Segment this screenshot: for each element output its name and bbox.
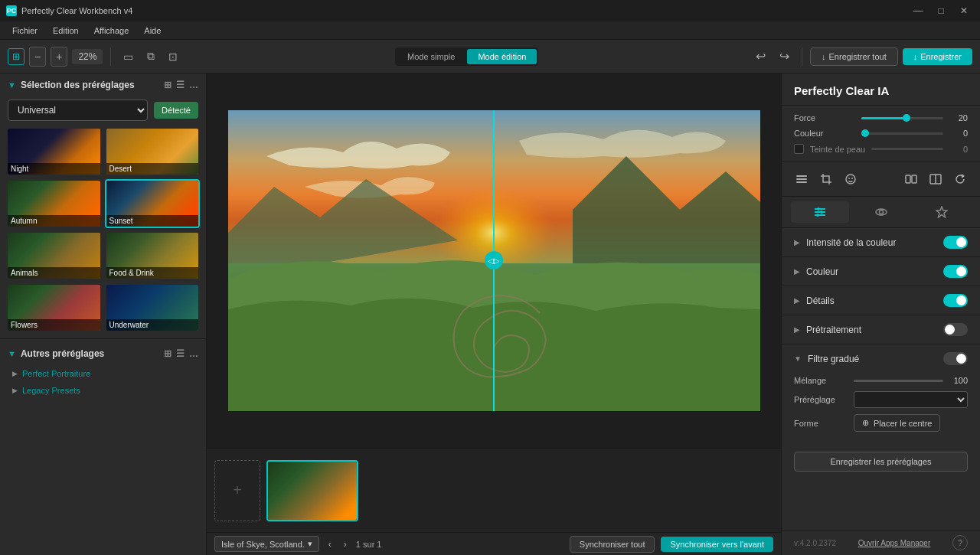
preset-item-autumn[interactable]: Autumn: [6, 179, 102, 228]
preset-item-night[interactable]: Night: [6, 127, 102, 176]
preglage-select[interactable]: [854, 391, 968, 408]
preset-item-underwater[interactable]: Underwater: [105, 283, 201, 332]
more-icon[interactable]: …: [189, 80, 198, 90]
view-split-button[interactable]: ⧉: [142, 47, 159, 66]
save-presets-button[interactable]: Enregistrer les préréglages: [794, 452, 968, 472]
mode-group: Mode simple Mode édition: [395, 47, 538, 66]
app-icon: PC: [6, 5, 17, 16]
adj-section-intensite: ▶ Intensité de la couleur: [782, 227, 980, 256]
preset-item-sunset[interactable]: Sunset: [105, 179, 201, 228]
other-more-icon[interactable]: …: [189, 348, 198, 359]
teinte-slider[interactable]: [871, 148, 943, 150]
refresh-icon[interactable]: [949, 168, 971, 190]
view-compare-button[interactable]: ⊡: [164, 47, 182, 66]
force-label: Force: [794, 113, 855, 122]
main-layout: ▼ Sélection des préréglages ⊞ ☰ … Univer…: [0, 73, 980, 555]
other-grid-icon[interactable]: ⊞: [164, 348, 172, 359]
sync-all-button[interactable]: Synchroniser tout: [570, 536, 655, 553]
grid-icon[interactable]: ⊞: [164, 80, 172, 90]
couleur-slider[interactable]: [861, 132, 943, 135]
file-name-button[interactable]: Isle of Skye, Scotland. ▾: [214, 536, 319, 552]
teinte-checkbox[interactable]: [794, 144, 804, 154]
tab-star[interactable]: [913, 201, 971, 223]
minimize-button[interactable]: —: [908, 3, 928, 18]
other-list-icon[interactable]: ☰: [176, 348, 185, 359]
page-info: 1 sur 1: [356, 540, 382, 549]
force-thumb[interactable]: [903, 114, 910, 122]
filtre-section: ▼ Filtre gradué Mélange 100 Préréglage: [782, 344, 980, 478]
apps-manager-link[interactable]: Ouvrir Apps Manager: [858, 539, 931, 547]
melange-slider[interactable]: [854, 380, 943, 382]
details-toggle[interactable]: [943, 294, 968, 307]
adj-header-pretraitement[interactable]: ▶ Prétraitement: [782, 315, 980, 344]
save-button[interactable]: ↓ Enregistrer: [903, 48, 972, 65]
preset-item-desert[interactable]: Desert: [105, 127, 201, 176]
pretraitement-toggle[interactable]: [943, 323, 968, 336]
close-button[interactable]: ✕: [954, 3, 974, 18]
adj-header-couleur[interactable]: ▶ Couleur: [782, 257, 980, 286]
preset-label-flowers: Flowers: [8, 319, 100, 331]
mode-edition-button[interactable]: Mode édition: [467, 49, 537, 64]
other-item-portraiture[interactable]: ▶ Perfect Portraiture: [0, 365, 206, 382]
adj-header-intensite[interactable]: ▶ Intensité de la couleur: [782, 228, 980, 256]
preset-item-animals[interactable]: Animals: [6, 231, 102, 280]
other-item-legacy[interactable]: ▶ Legacy Presets: [0, 382, 206, 399]
undo-button[interactable]: ↩: [751, 46, 770, 67]
preset-label-underwater: Underwater: [106, 319, 199, 331]
adj-header-details[interactable]: ▶ Détails: [782, 286, 980, 315]
toggle-compare-icon[interactable]: [925, 168, 946, 190]
fit-view-button[interactable]: ⊞: [8, 48, 24, 65]
place-center-button[interactable]: ⊕ Placer le centre: [854, 414, 940, 432]
titlebar-left: PC Perfectly Clear Workbench v4: [6, 5, 132, 16]
presets-collapse-arrow[interactable]: ▼: [8, 80, 16, 90]
menu-fichier[interactable]: Fichier: [5, 24, 45, 37]
other-section-title: Autres préréglages: [21, 348, 104, 359]
filtre-header[interactable]: ▼ Filtre gradué: [782, 344, 980, 373]
menu-affichage[interactable]: Affichage: [87, 24, 137, 37]
mode-simple-button[interactable]: Mode simple: [397, 49, 466, 64]
maximize-button[interactable]: □: [931, 3, 951, 18]
sync-fwd-button[interactable]: Synchroniser vers l'avant: [661, 537, 773, 552]
save-all-button[interactable]: ↓ Enregistrer tout: [810, 47, 898, 66]
couleur-slider-row: Couleur 0: [794, 129, 968, 138]
tab-sliders[interactable]: [791, 201, 849, 223]
detected-button[interactable]: Détecté: [154, 102, 198, 119]
details-arrow: ▶: [794, 296, 800, 305]
svg-point-19: [816, 214, 819, 217]
toolbar: ⊞ − + 22% ▭ ⧉ ⊡ Mode simple Mode édition…: [0, 40, 980, 73]
force-slider[interactable]: [861, 117, 943, 119]
next-button[interactable]: ›: [341, 537, 350, 551]
zoom-plus-button[interactable]: +: [51, 47, 67, 67]
tab-eye[interactable]: [852, 201, 910, 223]
adjustments-icon[interactable]: [791, 168, 812, 190]
face-icon[interactable]: [840, 168, 861, 190]
preset-item-food[interactable]: Food & Drink: [105, 231, 201, 280]
couleur-toggle[interactable]: [943, 265, 968, 278]
couleur-thumb[interactable]: [861, 129, 869, 137]
filmstrip-add-button[interactable]: +: [214, 460, 260, 521]
tool-icons-row: [782, 162, 980, 197]
menu-edition[interactable]: Edition: [45, 24, 87, 37]
preset-select[interactable]: Universal: [8, 100, 148, 121]
help-button[interactable]: ?: [952, 535, 968, 550]
view-single-button[interactable]: ▭: [119, 47, 138, 66]
list-icon[interactable]: ☰: [176, 80, 185, 90]
save-all-icon: ↓: [822, 52, 826, 61]
svg-rect-13: [912, 175, 916, 183]
zoom-minus-button[interactable]: −: [29, 47, 46, 67]
version-bar: v:4.2.0.2372 Ouvrir Apps Manager ?: [782, 530, 980, 555]
preset-dropdown-row: Universal Détecté: [0, 96, 206, 127]
preset-item-flowers[interactable]: Flowers: [6, 283, 102, 332]
menu-aide[interactable]: Aide: [136, 24, 168, 37]
filmstrip-thumb-1[interactable]: [266, 460, 358, 521]
zoom-level[interactable]: 22%: [72, 49, 103, 64]
prev-button[interactable]: ‹: [325, 537, 335, 551]
redo-button[interactable]: ↪: [775, 46, 794, 67]
intensite-toggle[interactable]: [943, 236, 968, 249]
app-title: Perfectly Clear Workbench v4: [21, 6, 132, 15]
svg-point-18: [820, 211, 823, 214]
other-collapse-arrow[interactable]: ▼: [8, 349, 16, 358]
filtre-toggle[interactable]: [943, 352, 968, 365]
compare-icon[interactable]: [900, 168, 922, 190]
crop-icon[interactable]: [815, 168, 837, 190]
